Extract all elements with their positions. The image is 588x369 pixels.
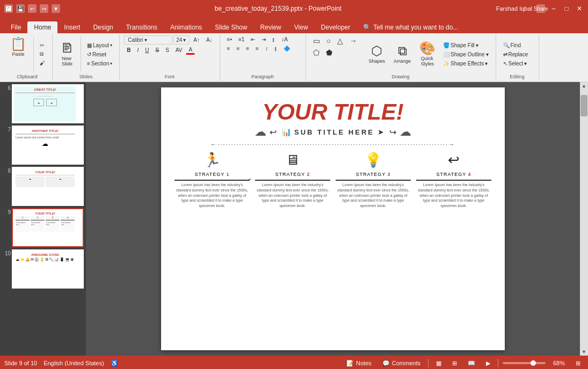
paste-icon: 📋 xyxy=(10,38,26,50)
decrease-indent[interactable]: ⇤ xyxy=(248,35,258,43)
shape-fill-button[interactable]: 🪣 Shape Fill ▾ xyxy=(440,41,491,49)
accessibility-icon: ♿ xyxy=(111,360,118,367)
right-scrollbar[interactable]: ▲ ▼ xyxy=(580,82,588,356)
maximize-button[interactable]: □ xyxy=(562,4,571,13)
bold-button[interactable]: B xyxy=(124,46,133,54)
save-icon[interactable]: 💾 xyxy=(16,4,25,13)
shape-1[interactable]: ▭ xyxy=(310,35,323,46)
slide-thumb-9[interactable]: YOUR TITLE! 1 2 3 4 Lorem ipsum text... … xyxy=(12,208,84,247)
arrange-button[interactable]: ⧉ Arrange xyxy=(390,41,415,68)
smart-art[interactable]: 🔷 xyxy=(281,45,293,53)
customize-icon[interactable]: ▼ xyxy=(52,4,60,13)
shape-3[interactable]: △ xyxy=(335,35,346,46)
align-left[interactable]: ≡ xyxy=(224,45,233,53)
text-columns[interactable]: ⫿ xyxy=(270,35,278,43)
tab-file[interactable]: File xyxy=(4,21,27,33)
strikethrough-button[interactable]: S xyxy=(153,46,162,54)
scroll-thumb[interactable] xyxy=(580,95,587,116)
view-slide-sorter[interactable]: ⊞ xyxy=(449,359,460,368)
replace-button[interactable]: ⇄ Replace xyxy=(500,50,531,58)
view-slideshow[interactable]: ▶ xyxy=(483,359,493,368)
find-button[interactable]: 🔍 Find xyxy=(500,41,531,49)
select-button[interactable]: ↖ Select ▾ xyxy=(500,60,531,68)
line-spacing[interactable]: ↕ xyxy=(263,45,271,53)
new-slide-button[interactable]: 🖹 NewSlide xyxy=(57,35,77,73)
font-size-dropdown[interactable]: 24 ▾ xyxy=(173,35,190,45)
tab-tellme[interactable]: 🔍 Tell me what you want to do... xyxy=(357,21,464,33)
notes-button[interactable]: 📝 Notes xyxy=(343,359,375,368)
numbering-button[interactable]: ≡1 xyxy=(236,35,247,43)
shape-fill-label: Shape Fill xyxy=(451,42,474,48)
align-center[interactable]: ≡ xyxy=(234,45,242,53)
slide-thumb-container-10: 10 AWESOME ICONS ☁⭐🔔 ✉🏠💡 ⚙🔍📊 📱💻🖥 xyxy=(12,249,84,289)
italic-button[interactable]: I xyxy=(134,46,141,54)
view-reading[interactable]: 📖 xyxy=(464,359,478,368)
view-normal[interactable]: ▦ xyxy=(433,359,445,368)
shapes-button[interactable]: ⬡ Shapes xyxy=(365,41,389,68)
align-justify[interactable]: ≡ xyxy=(253,45,262,53)
align-right[interactable]: ≡ xyxy=(243,45,252,53)
slide-thumb-7[interactable]: ANOTHER TITLE! Lorem ipsum text content … xyxy=(12,126,84,165)
zoom-thumb[interactable] xyxy=(531,360,536,366)
shape-outline-button[interactable]: ⬜ Shape Outline ▾ xyxy=(440,50,491,58)
reset-button[interactable]: ↺ Reset xyxy=(84,50,115,58)
bullets-button[interactable]: ≡• xyxy=(224,35,235,43)
shape-4[interactable]: → xyxy=(347,35,360,46)
font-size-increase[interactable]: A↑ xyxy=(191,36,202,44)
slide-thumb-6[interactable]: GREAT TITLE! ····················· ☁ ☁ xyxy=(12,84,84,123)
shape-6[interactable]: ⬟ xyxy=(323,47,335,58)
shape-5[interactable]: ⬠ xyxy=(310,47,322,58)
slide-panel[interactable]: 6 GREAT TITLE! ····················· ☁ ☁… xyxy=(0,82,86,356)
tab-view[interactable]: View xyxy=(288,21,315,33)
zoom-slider[interactable] xyxy=(503,362,546,364)
zoom-level[interactable]: 68% xyxy=(550,359,568,367)
increase-indent[interactable]: ⇥ xyxy=(259,35,268,43)
shapes-icon: ⬡ xyxy=(371,45,382,57)
tab-slideshow[interactable]: Slide Show xyxy=(208,21,253,33)
comments-button[interactable]: 💬 Comments xyxy=(379,359,424,368)
tab-transitions[interactable]: Transitions xyxy=(120,21,164,33)
font-family-dropdown[interactable]: Calibri ▾ xyxy=(124,35,172,45)
share-button[interactable]: Share xyxy=(536,4,545,13)
slide-thumb-8[interactable]: YOUR TITLE! ☁ ☁ xyxy=(12,167,84,206)
tab-review[interactable]: Review xyxy=(253,21,287,33)
shadow-button[interactable]: S xyxy=(163,46,172,54)
format-painter-button[interactable]: 🖌 xyxy=(37,59,48,67)
scroll-down-button[interactable]: ▼ xyxy=(580,348,587,356)
redo-icon[interactable]: ↪ xyxy=(40,4,48,13)
select-label: Select xyxy=(509,61,524,67)
tab-animations[interactable]: Animations xyxy=(164,21,208,33)
slide-thumb-10[interactable]: AWESOME ICONS ☁⭐🔔 ✉🏠💡 ⚙🔍📊 📱💻🖥 xyxy=(12,249,84,289)
shape-2[interactable]: ○ xyxy=(324,35,333,46)
tab-home[interactable]: Home xyxy=(27,21,57,33)
font-color-button[interactable]: A xyxy=(186,46,195,55)
copy-button[interactable]: ⧉ xyxy=(37,50,48,58)
section-button[interactable]: ≡ Section ▾ xyxy=(84,60,115,68)
text-direction[interactable]: ↕A xyxy=(279,35,291,43)
paste-button[interactable]: 📋 Paste xyxy=(6,35,30,59)
strategy-4-text: Lorem Ipsum has been the industry's stan… xyxy=(416,182,491,209)
tab-developer[interactable]: Developer xyxy=(315,21,357,33)
paste-label: Paste xyxy=(12,51,24,57)
font-size-decrease[interactable]: A↓ xyxy=(204,36,215,44)
tab-insert[interactable]: Insert xyxy=(57,21,86,33)
undo-icon[interactable]: ↩ xyxy=(28,4,37,13)
quick-styles-button[interactable]: 🎨 QuickStyles xyxy=(416,40,439,69)
layout-button[interactable]: ▦ Layout ▾ xyxy=(84,41,115,49)
char-spacing-button[interactable]: AV xyxy=(173,46,185,54)
close-button[interactable]: ✕ xyxy=(575,4,584,13)
fit-slide-button[interactable]: ⊞ xyxy=(572,359,584,368)
minimize-button[interactable]: – xyxy=(549,4,558,13)
subtitle-row: 📊 SUB TITLE HERE ➤ xyxy=(282,128,384,136)
slide-canvas[interactable]: YOUR TITLE! ☁ ↩ 📊 SUB TITLE HERE ➤ ↪ xyxy=(161,87,505,350)
shape-effects-button[interactable]: ✨ Shape Effects ▾ xyxy=(440,60,491,68)
cut-button[interactable]: ✂ xyxy=(37,41,48,49)
columns[interactable]: ⫿ xyxy=(272,45,280,53)
strategy-2-label: STRATEGY 2 xyxy=(275,172,310,177)
underline-button[interactable]: U xyxy=(142,46,151,54)
scroll-up-button[interactable]: ▲ xyxy=(580,82,587,90)
comments-label: Comments xyxy=(392,360,420,366)
swirl-right: ↪ xyxy=(389,127,396,137)
cloud-icon-left: ☁ xyxy=(255,125,266,139)
tab-design[interactable]: Design xyxy=(86,21,119,33)
